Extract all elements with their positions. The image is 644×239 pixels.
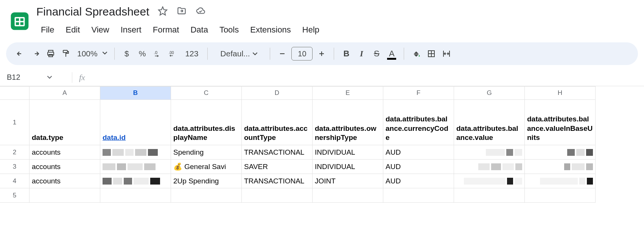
cell[interactable]: Spending	[171, 145, 242, 160]
row-header-5[interactable]: 5	[0, 188, 30, 203]
row-header-3[interactable]: 3	[0, 160, 30, 174]
col-header-D[interactable]: D	[242, 86, 313, 100]
font-family-label: Defaul...	[220, 49, 250, 58]
menu-data[interactable]: Data	[185, 23, 213, 37]
spreadsheet-grid[interactable]: A B C D E F G H 1 data.type data.id data…	[0, 86, 644, 203]
star-icon[interactable]	[158, 6, 168, 17]
cell[interactable]: AUD	[383, 145, 454, 160]
font-size-input[interactable]: 10	[291, 47, 313, 61]
redo-button[interactable]	[28, 46, 43, 61]
merge-cells-button[interactable]	[439, 46, 454, 61]
cell[interactable]: data.attributes.balance.value	[454, 100, 525, 145]
zoom-select[interactable]: 100%	[73, 46, 110, 61]
cell[interactable]: TRANSACTIONAL	[242, 145, 313, 160]
svg-text:.00: .00	[169, 51, 174, 55]
format-percent-button[interactable]: %	[134, 46, 151, 61]
cell[interactable]: accounts	[30, 174, 100, 188]
cell[interactable]: TRANSACTIONAL	[242, 174, 313, 188]
link-text[interactable]: data.id	[103, 133, 126, 143]
menubar: File Edit View Insert Format Data Tools …	[36, 19, 325, 37]
col-header-G[interactable]: G	[454, 86, 525, 100]
cell[interactable]	[242, 188, 313, 203]
name-box[interactable]: B12	[0, 73, 72, 82]
cell[interactable]	[100, 188, 171, 203]
cell[interactable]: AUD	[383, 160, 454, 174]
menu-help[interactable]: Help	[297, 23, 325, 37]
cell[interactable]: data.attributes.accountType	[242, 100, 313, 145]
cell[interactable]: accounts	[30, 160, 100, 174]
borders-button[interactable]	[424, 46, 439, 61]
cell-redacted[interactable]	[525, 174, 596, 188]
strikethrough-button[interactable]: S	[369, 46, 384, 61]
paint-format-button[interactable]	[58, 46, 73, 61]
cell-redacted[interactable]	[454, 174, 525, 188]
bold-button[interactable]: B	[339, 46, 354, 61]
menu-tools[interactable]: Tools	[214, 23, 244, 37]
cell[interactable]: data.attributes.balance.currencyCode	[383, 100, 454, 145]
chevron-down-icon	[47, 73, 52, 82]
cell[interactable]: data.attributes.ownershipType	[313, 100, 383, 145]
col-header-H[interactable]: H	[525, 86, 596, 100]
italic-button[interactable]: I	[354, 46, 369, 61]
col-header-B[interactable]: B	[100, 86, 171, 100]
decrease-decimal-button[interactable]: .0	[150, 46, 165, 61]
row-header-4[interactable]: 4	[0, 174, 30, 188]
more-formats-button[interactable]: 123	[180, 46, 203, 61]
col-header-A[interactable]: A	[30, 86, 100, 100]
formula-bar-fx-icon: fx	[72, 73, 92, 82]
cell-redacted[interactable]	[100, 160, 171, 174]
cell-redacted[interactable]	[525, 145, 596, 160]
cloud-status-icon[interactable]	[196, 6, 205, 17]
col-header-E[interactable]: E	[313, 86, 383, 100]
move-icon[interactable]	[177, 6, 187, 17]
cell[interactable]	[30, 188, 100, 203]
undo-button[interactable]	[13, 46, 28, 61]
zoom-label: 100%	[76, 49, 99, 58]
menu-view[interactable]: View	[86, 23, 114, 37]
cell[interactable]	[171, 188, 242, 203]
row-header-2[interactable]: 2	[0, 145, 30, 160]
cell[interactable]: SAVER	[242, 160, 313, 174]
font-family-select[interactable]: Defaul...	[212, 46, 265, 61]
menu-format[interactable]: Format	[148, 23, 185, 37]
row-header-1[interactable]: 1	[0, 100, 30, 145]
svg-rect-8	[63, 50, 67, 53]
font-size-decrease-button[interactable]	[275, 46, 290, 61]
col-header-F[interactable]: F	[383, 86, 454, 100]
menu-edit[interactable]: Edit	[60, 23, 85, 37]
cell[interactable]: data.attributes.balance.valueInBaseUnits	[525, 100, 596, 145]
format-currency-button[interactable]: $	[119, 46, 134, 61]
cell[interactable]	[313, 188, 383, 203]
font-size-increase-button[interactable]	[314, 46, 329, 61]
cell[interactable]: INDIVIDUAL	[313, 145, 383, 160]
cell[interactable]: data.id	[100, 100, 171, 145]
select-all-corner[interactable]	[0, 86, 30, 100]
col-header-C[interactable]: C	[171, 86, 242, 100]
cell[interactable]: data.attributes.displayName	[171, 100, 242, 145]
sheets-app-icon[interactable]	[9, 7, 30, 36]
chevron-down-icon	[102, 50, 107, 57]
cell[interactable]	[383, 188, 454, 203]
document-title[interactable]: Financial Spreadsheet	[36, 5, 150, 19]
text-color-button[interactable]: A	[384, 46, 399, 61]
cell[interactable]: accounts	[30, 145, 100, 160]
menu-file[interactable]: File	[36, 23, 59, 37]
cell-redacted[interactable]	[454, 145, 525, 160]
cell[interactable]	[454, 188, 525, 203]
cell-redacted[interactable]	[100, 174, 171, 188]
fill-color-button[interactable]	[409, 46, 424, 61]
menu-extensions[interactable]: Extensions	[245, 23, 296, 37]
cell[interactable]	[525, 188, 596, 203]
cell[interactable]: INDIVIDUAL	[313, 160, 383, 174]
increase-decimal-button[interactable]: .00	[165, 46, 180, 61]
print-button[interactable]	[43, 46, 58, 61]
cell[interactable]: 2Up Spending	[171, 174, 242, 188]
cell[interactable]: 💰 General Savi	[171, 160, 242, 174]
cell[interactable]: JOINT	[313, 174, 383, 188]
cell-redacted[interactable]	[100, 145, 171, 160]
cell-redacted[interactable]	[525, 160, 596, 174]
cell[interactable]: data.type	[30, 100, 100, 145]
cell-redacted[interactable]	[454, 160, 525, 174]
cell[interactable]: AUD	[383, 174, 454, 188]
menu-insert[interactable]: Insert	[115, 23, 147, 37]
